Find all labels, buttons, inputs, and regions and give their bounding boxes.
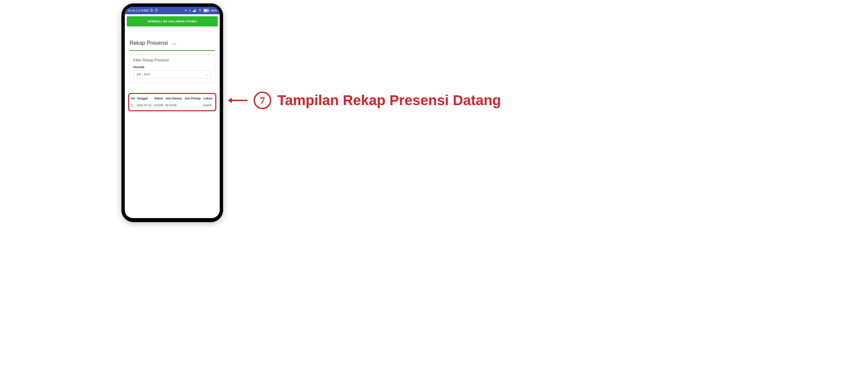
svg-rect-1 <box>193 11 193 12</box>
rekap-table-highlight: No Tanggal Status Jam Datang Jam Pulang … <box>128 93 216 111</box>
back-home-button[interactable]: KEMBALI KE HALAMAN UTAMA <box>127 16 218 26</box>
arrow-left-icon <box>231 100 248 101</box>
filter-card-title: Filter Rekap Presensi <box>133 58 211 62</box>
title-underline <box>130 50 215 51</box>
th-no: No <box>131 95 136 102</box>
phone-screen: 14:41 | 4,7KB/d ✦ <box>125 7 220 218</box>
status-time-net: 14:41 | 4,7KB/d <box>127 9 149 12</box>
td-no: 1 <box>131 102 136 108</box>
page-subtitle: List <box>171 42 176 45</box>
th-jam-pulang: Jam Pulang <box>184 95 203 102</box>
clock-icon <box>155 8 158 13</box>
periode-select[interactable] <box>133 70 211 78</box>
svg-rect-7 <box>204 9 208 12</box>
annotation-text: Tampilan Rekap Presensi Datang <box>277 92 501 109</box>
status-bar-right: ✦ 86% <box>184 9 217 12</box>
svg-rect-3 <box>194 10 195 12</box>
svg-rect-2 <box>193 11 194 12</box>
table-header-row: No Tanggal Status Jam Datang Jam Pulang … <box>131 95 214 102</box>
phone-frame: 14:41 | 4,7KB/d ✦ <box>121 3 223 222</box>
status-bar: 14:41 | 4,7KB/d ✦ <box>125 7 220 14</box>
rekap-table: No Tanggal Status Jam Datang Jam Pulang … <box>131 95 214 108</box>
periode-select-wrap: ⌄ <box>133 70 211 78</box>
svg-point-5 <box>200 12 200 12</box>
th-lokasi: Lokasi <box>203 95 214 102</box>
annotation-number: 7 <box>260 95 265 106</box>
svg-rect-8 <box>209 10 209 11</box>
annotation-callout: 7 Tampilan Rekap Presensi Datang <box>231 92 501 109</box>
th-tanggal: Tanggal <box>136 95 154 102</box>
signal-icon <box>193 9 197 12</box>
bell-off-icon <box>150 8 153 13</box>
filter-card: Filter Rekap Presensi Periode ⌄ <box>130 54 215 83</box>
battery-percent: 86% <box>211 9 217 12</box>
bluetooth-icon <box>189 9 191 12</box>
periode-label: Periode <box>133 65 211 69</box>
top-button-wrap: KEMBALI KE HALAMAN UTAMA <box>125 14 220 26</box>
page-title: Rekap Presensi <box>130 40 168 46</box>
nav-icon: ✦ <box>184 9 187 12</box>
status-bar-left: 14:41 | 4,7KB/d <box>127 8 158 13</box>
svg-rect-4 <box>195 9 196 12</box>
td-status: HADIR <box>154 102 165 108</box>
td-tanggal: 2021-07-12 <box>136 102 154 108</box>
th-status: Status <box>154 95 165 102</box>
battery-icon <box>203 9 210 12</box>
page-title-wrap: Rekap Presensi List <box>125 26 220 48</box>
td-jam-pulang <box>184 102 203 108</box>
annotation-number-circle: 7 <box>254 92 271 109</box>
wifi-icon <box>198 9 202 12</box>
td-lokasi: Kantor <box>203 102 214 108</box>
td-jam-datang: 09:19:09 <box>165 102 184 108</box>
th-jam-datang: Jam Datang <box>165 95 184 102</box>
table-row: 1 2021-07-12 HADIR 09:19:09 Kantor <box>131 102 214 108</box>
